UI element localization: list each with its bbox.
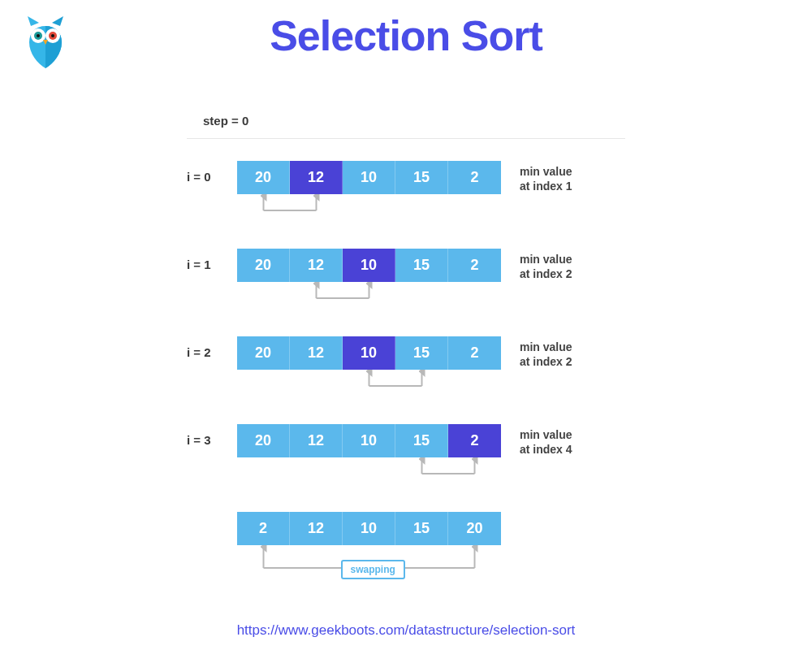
result-row: 212101520 swapping (187, 512, 690, 585)
svg-point-4 (37, 34, 40, 37)
i-label: i = 1 (187, 258, 211, 271)
array-cell: 15 (395, 424, 448, 457)
array-cell: 20 (448, 512, 501, 545)
array-cell: 12 (290, 161, 343, 194)
array-cells: 201210152 (237, 249, 501, 282)
array-cell: 10 (343, 161, 395, 194)
min-annotation: min valueat index 1 (520, 164, 572, 193)
array-cell: 15 (395, 161, 448, 194)
array-cell: 2 (237, 512, 290, 545)
owl-logo-icon (24, 15, 67, 75)
swap-label: swapping (341, 560, 405, 579)
array-cells: 201210152 (237, 161, 501, 194)
compare-arrow-icon (237, 282, 501, 306)
array-cell: 12 (290, 336, 343, 370)
iteration-row: i = 2201210152min valueat index 2 (187, 336, 690, 424)
array-cell: 15 (395, 336, 448, 370)
i-label: i = 3 (187, 433, 211, 447)
array-cell: 12 (290, 249, 343, 282)
array-cell: 2 (448, 249, 501, 282)
compare-arrow-icon (237, 370, 501, 394)
page-title: Selection Sort (0, 0, 812, 60)
step-label: step = 0 (203, 114, 248, 128)
array-cell: 2 (448, 336, 501, 370)
array-cell: 10 (343, 249, 395, 282)
array-cells: 212101520 (237, 512, 501, 545)
min-annotation: min valueat index 2 (520, 340, 572, 369)
array-cell: 10 (343, 336, 395, 370)
array-cells: 201210152 (237, 424, 501, 457)
array-cell: 12 (290, 512, 343, 545)
array-cell: 15 (395, 512, 448, 545)
source-link[interactable]: https://www.geekboots.com/datastructure/… (0, 622, 812, 639)
array-cell: 2 (448, 161, 501, 194)
rows-container: i = 0201210152min valueat index 1 i = 12… (187, 161, 690, 585)
iteration-row: i = 3201210152min valueat index 4 (187, 424, 690, 512)
array-cells: 201210152 (237, 336, 501, 370)
array-cell: 20 (237, 161, 290, 194)
array-cell: 20 (237, 249, 290, 282)
min-annotation: min valueat index 4 (520, 427, 572, 457)
array-cell: 2 (448, 424, 501, 457)
i-label: i = 0 (187, 170, 211, 184)
svg-point-5 (51, 34, 54, 37)
iteration-row: i = 0201210152min valueat index 1 (187, 161, 690, 249)
array-cell: 20 (237, 336, 290, 370)
compare-arrow-icon (237, 194, 501, 219)
iteration-row: i = 1201210152min valueat index 2 (187, 249, 690, 336)
array-cell: 10 (343, 512, 395, 545)
array-cell: 20 (237, 424, 290, 457)
array-cell: 15 (395, 249, 448, 282)
divider (187, 138, 625, 139)
compare-arrow-icon (237, 457, 501, 482)
i-label: i = 2 (187, 345, 211, 359)
min-annotation: min valueat index 2 (520, 252, 572, 281)
array-cell: 10 (343, 424, 395, 457)
array-cell: 12 (290, 424, 343, 457)
